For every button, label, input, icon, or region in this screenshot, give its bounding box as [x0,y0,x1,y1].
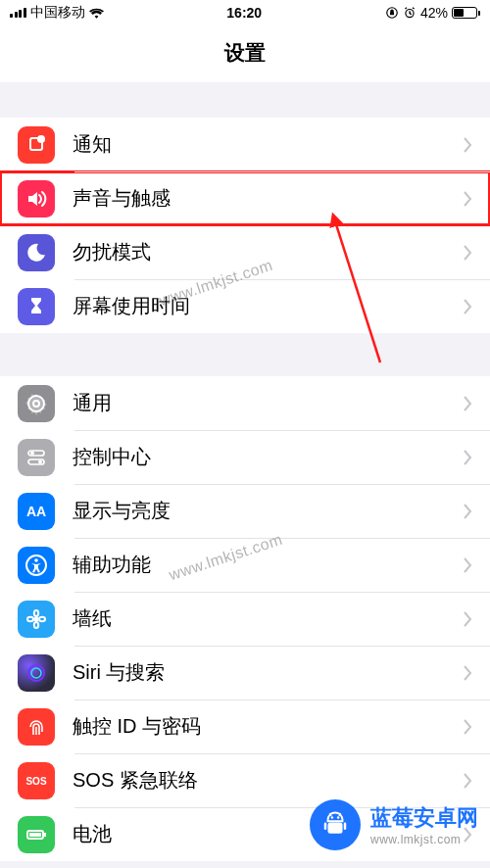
settings-group-2: 通用 控制中心 AA 显示与亮度 辅助功能 墙纸 Siri 与搜索 [0,376,490,861]
battery-icon [452,7,480,19]
svg-point-17 [39,616,45,620]
svg-point-26 [337,816,340,819]
speaker-icon [18,180,55,217]
sos-icon: SOS [18,762,55,799]
svg-rect-29 [344,823,347,831]
svg-point-15 [34,622,38,628]
settings-row-wallpaper[interactable]: 墙纸 [0,592,490,646]
row-label: 控制中心 [73,444,463,470]
settings-group-1: 通知 声音与触感 勿扰模式 屏幕使用时间 [0,118,490,333]
battery-icon [18,816,55,853]
svg-rect-28 [324,823,327,831]
chevron-right-icon [463,137,472,153]
page-title: 设置 [0,25,490,82]
settings-row-dnd[interactable]: 勿扰模式 [0,225,490,279]
accessibility-icon [18,547,55,584]
svg-rect-27 [328,823,343,834]
svg-point-14 [34,610,38,616]
status-right: 42% [385,5,480,21]
svg-point-7 [30,451,34,455]
row-label: 勿扰模式 [73,239,463,265]
row-label: SOS 紧急联络 [73,767,463,794]
chevron-right-icon [463,611,472,627]
row-label: 通用 [73,390,463,416]
row-label: 触控 ID 与密码 [73,713,463,740]
svg-rect-22 [44,833,46,837]
svg-point-19 [31,668,41,678]
row-label: 声音与触感 [73,185,463,212]
wifi-icon [89,7,104,19]
svg-point-16 [27,616,33,620]
row-label: 屏幕使用时间 [73,293,463,319]
alarm-icon [403,6,416,20]
chevron-right-icon [463,299,472,314]
chevron-right-icon [463,191,472,207]
svg-point-13 [34,616,39,621]
svg-point-25 [331,816,334,819]
settings-row-general[interactable]: 通用 [0,376,490,430]
switches-icon [18,439,55,476]
chevron-right-icon [463,665,472,681]
aa-icon: AA [18,493,55,530]
site-badge-title: 蓝莓安卓网 [370,803,478,833]
chevron-right-icon [463,504,472,519]
section-gap [0,82,490,118]
site-logo-icon [310,799,361,850]
site-badge-sub: www.lmkjst.com [370,833,478,846]
status-bar: 中国移动 16:20 42% [0,0,490,25]
flower-icon [18,601,55,638]
svg-point-9 [38,459,42,463]
hourglass-icon [18,288,55,325]
gear-icon [18,385,55,422]
site-badge: 蓝莓安卓网 www.lmkjst.com [310,799,478,850]
siri-icon [18,654,55,692]
row-label: 通知 [73,131,463,158]
svg-text:AA: AA [26,504,46,519]
chevron-right-icon [463,396,472,411]
settings-row-sounds[interactable]: 声音与触感 [0,171,490,225]
settings-row-accessibility[interactable]: 辅助功能 [0,538,490,592]
battery-percent: 42% [420,5,448,21]
svg-rect-23 [29,833,41,837]
moon-icon [18,234,55,271]
carrier-label: 中国移动 [30,4,85,22]
row-label: 墙纸 [73,605,463,632]
svg-text:SOS: SOS [25,776,46,787]
settings-row-notifications[interactable]: 通知 [0,118,490,171]
chevron-right-icon [463,245,472,261]
section-gap [0,333,490,376]
row-label: 显示与亮度 [73,498,463,524]
settings-row-control-center[interactable]: 控制中心 [0,430,490,484]
chevron-right-icon [463,557,472,573]
settings-row-touchid[interactable]: 触控 ID 与密码 [0,699,490,753]
settings-row-display[interactable]: AA 显示与亮度 [0,484,490,538]
row-label: 辅助功能 [73,552,463,578]
settings-row-screentime[interactable]: 屏幕使用时间 [0,279,490,333]
row-label: Siri 与搜索 [73,659,463,686]
status-time: 16:20 [226,5,262,21]
svg-point-3 [37,135,45,143]
chevron-right-icon [463,450,472,465]
chevron-right-icon [463,719,472,735]
fingerprint-icon [18,708,55,746]
svg-point-12 [34,558,38,562]
status-left: 中国移动 [10,4,104,22]
signal-icon [10,8,26,18]
chevron-right-icon [463,773,472,789]
orientation-lock-icon [385,6,399,20]
settings-row-siri[interactable]: Siri 与搜索 [0,646,490,699]
bell-icon [18,126,55,164]
